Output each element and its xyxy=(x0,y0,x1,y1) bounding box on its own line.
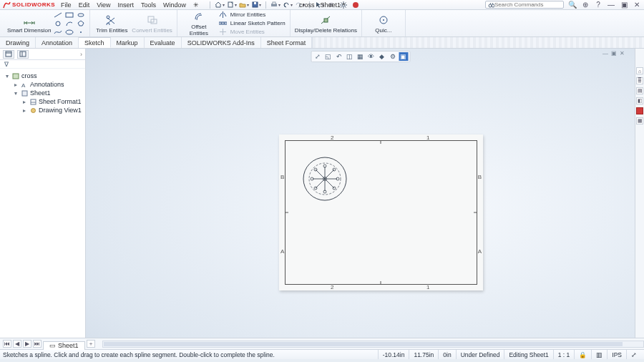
feature-filter[interactable]: ∇ xyxy=(0,60,85,69)
menu-tools[interactable]: Tools xyxy=(141,1,156,9)
whatsnew-icon[interactable]: ⊕ xyxy=(581,1,590,9)
drawing-view-cross[interactable] xyxy=(300,154,350,204)
sheet-nav-prev[interactable]: ◀ xyxy=(13,340,21,348)
task-appearances-icon[interactable] xyxy=(636,107,643,114)
open-document-button[interactable] xyxy=(239,1,249,9)
convert-entities-button: Convert Entities xyxy=(132,14,172,34)
mdi-minimize[interactable]: — xyxy=(602,50,608,57)
view-settings-button[interactable]: ⚙ xyxy=(388,52,397,61)
tab-addins[interactable]: SOLIDWORKS Add-Ins xyxy=(182,37,261,48)
search-icon[interactable]: 🔍 xyxy=(568,1,577,9)
prev-view-button[interactable]: ↶ xyxy=(334,52,343,61)
menu-edit[interactable]: Edit xyxy=(79,1,90,9)
save-button[interactable] xyxy=(251,1,261,9)
tab-evaluate[interactable]: Evaluate xyxy=(145,37,182,48)
search-input[interactable] xyxy=(494,1,559,8)
zone-bot-1: 1 xyxy=(426,284,429,290)
help-icon[interactable]: ? xyxy=(594,1,602,9)
quick-snaps-button[interactable]: Quic... xyxy=(366,14,401,34)
restore-button[interactable]: ▣ xyxy=(620,1,628,9)
sheet-tab-active[interactable]: ▭ Sheet1 xyxy=(43,341,85,350)
sheet-nav-first[interactable]: ⏮ xyxy=(3,340,11,348)
horizontal-scrollbar[interactable] xyxy=(102,341,644,348)
new-document-button[interactable] xyxy=(227,1,237,9)
section-view-button[interactable]: ◫ xyxy=(345,52,354,61)
fm-tab-tree[interactable] xyxy=(3,50,14,59)
corner-rect-icon[interactable] xyxy=(65,11,74,19)
display-style-button[interactable]: ▦ xyxy=(356,52,365,61)
drawing-sheet[interactable]: 2 1 2 1 B A B A xyxy=(279,134,483,290)
hide-show-button[interactable]: 👁 xyxy=(366,52,376,61)
mirror-entities-button[interactable]: Mirror Entities xyxy=(219,11,286,19)
svg-line-12 xyxy=(345,2,346,4)
menu-insert[interactable]: Insert xyxy=(118,1,135,9)
tree-drawing-view[interactable]: ▸Drawing View1 xyxy=(3,106,82,114)
close-button[interactable]: ✕ xyxy=(633,1,641,9)
arc-icon[interactable] xyxy=(65,20,74,27)
point-icon[interactable] xyxy=(77,29,85,36)
linear-sketch-pattern-button[interactable]: Linear Sketch Pattern xyxy=(219,19,286,27)
spline-icon[interactable] xyxy=(54,29,62,36)
tab-sketch[interactable]: Sketch xyxy=(79,37,111,48)
tree-annotations[interactable]: ▸AAnnotations xyxy=(3,80,82,89)
sheet-nav-next[interactable]: ▶ xyxy=(23,340,31,348)
zoom-area-button[interactable]: ◱ xyxy=(323,52,333,61)
status-filter-icon[interactable]: ▥ xyxy=(591,350,607,359)
graphics-area[interactable]: ⤢ ◱ ↶ ◫ ▦ 👁 ◆ ⚙ ▣ — ▣ ✕ 2 1 2 1 B A B A xyxy=(86,49,635,338)
menu-view[interactable]: View xyxy=(97,1,110,9)
sheet-icon xyxy=(21,89,28,97)
status-fullscreen-icon[interactable]: ⤢ xyxy=(626,350,641,359)
fm-tab-property[interactable] xyxy=(17,50,29,59)
offset-entities-button[interactable]: Offset Entities xyxy=(182,10,216,36)
status-units[interactable]: IPS xyxy=(607,350,626,359)
task-library-icon[interactable]: ▤ xyxy=(636,87,643,94)
sheet-nav-last[interactable]: ⏭ xyxy=(33,340,42,348)
polygon-icon[interactable] xyxy=(77,20,85,27)
svg-rect-30 xyxy=(225,22,227,24)
status-lock-icon[interactable]: 🔒 xyxy=(574,350,591,359)
mdi-close[interactable]: ✕ xyxy=(620,50,625,57)
tab-annotation[interactable]: Annotation xyxy=(36,37,79,48)
convert-icon xyxy=(146,14,159,26)
scene-button[interactable]: ◆ xyxy=(377,52,386,61)
trim-entities-button[interactable]: Trim Entities xyxy=(94,14,129,34)
svg-rect-37 xyxy=(20,52,26,57)
drawing-view-icon xyxy=(29,107,36,114)
zoom-fit-button[interactable]: ⤢ xyxy=(313,52,322,61)
menu-window[interactable]: Window xyxy=(163,1,186,9)
search-commands[interactable] xyxy=(485,1,564,9)
ribbon: Smart Dimension Trim Entities Convert En… xyxy=(0,10,644,37)
status-coord-y: 11.75in xyxy=(409,350,438,359)
tab-drawing[interactable]: Drawing xyxy=(0,37,36,48)
tab-markup[interactable]: Markup xyxy=(111,37,145,48)
tab-sheet-format[interactable]: Sheet Format xyxy=(261,37,313,48)
ellipse-icon[interactable] xyxy=(65,29,74,36)
menu-file[interactable]: File xyxy=(61,1,72,9)
line-icon[interactable] xyxy=(54,11,62,19)
sheet-add-button[interactable]: ＋ xyxy=(87,340,95,348)
svg-rect-29 xyxy=(222,22,224,24)
task-custom-icon[interactable]: ▦ xyxy=(636,117,643,124)
menu-more-icon[interactable]: ✳ xyxy=(193,1,199,9)
slot-icon[interactable] xyxy=(77,11,85,19)
appearance-button[interactable] xyxy=(351,1,361,9)
mdi-restore[interactable]: ▣ xyxy=(611,50,617,57)
minimize-button[interactable]: — xyxy=(607,1,615,9)
print-button[interactable] xyxy=(270,1,280,9)
fm-expand-icon[interactable]: › xyxy=(80,51,82,58)
tree-sheet-format[interactable]: ▸Sheet Format1 xyxy=(3,97,82,106)
display-delete-relations-button[interactable]: Display/Delete Relations xyxy=(295,14,357,34)
svg-point-20 xyxy=(56,21,60,26)
sheet-icon-small: ▭ xyxy=(49,342,56,349)
status-scale[interactable]: 1 : 1 xyxy=(553,350,575,359)
undo-button[interactable] xyxy=(283,1,293,9)
smart-dimension-button[interactable]: Smart Dimension xyxy=(7,14,51,34)
task-resources-icon[interactable]: ≣ xyxy=(636,77,643,84)
task-home-icon[interactable]: ⌂ xyxy=(636,67,643,74)
home-button[interactable] xyxy=(215,1,225,9)
task-palette-icon[interactable]: ◧ xyxy=(636,97,643,104)
tree-root[interactable]: ▾cross xyxy=(3,72,82,80)
tree-sheet[interactable]: ▾Sheet1 xyxy=(3,89,82,97)
circle-icon[interactable] xyxy=(54,20,62,27)
view-cube-button[interactable]: ▣ xyxy=(399,52,408,61)
